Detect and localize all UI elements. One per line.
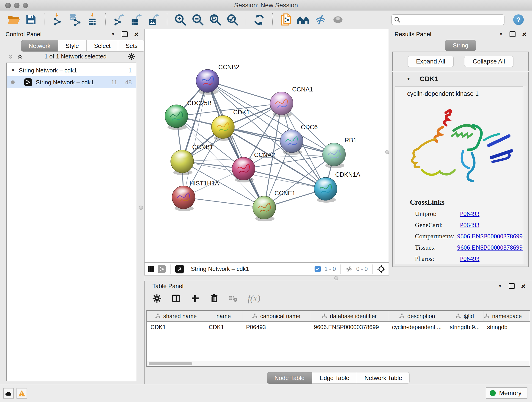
zoom-fit-button[interactable] (208, 13, 222, 27)
column-header-name[interactable]: name (205, 311, 242, 321)
column-header-database-identifier[interactable]: database identifier (310, 311, 388, 321)
show-view-button[interactable] (331, 13, 345, 27)
delete-column-trash-icon[interactable] (210, 294, 219, 303)
clone-network-button[interactable] (279, 13, 293, 27)
import-network-from-database-button[interactable] (68, 13, 82, 27)
network-options-gear-icon[interactable] (128, 53, 135, 60)
network-canvas[interactable]: CCNB2CCNA1CDC25BCDK1CDC6RB1CCNB1CCNA2CDK… (144, 29, 389, 262)
table-cell[interactable]: P06493 (242, 322, 310, 332)
panel-minimize-icon[interactable]: ▼ (499, 32, 503, 37)
crosslink-link[interactable]: P06493 (460, 221, 480, 229)
import-table-button[interactable] (85, 13, 99, 27)
tab-node-table[interactable]: Node Table (267, 372, 312, 384)
table-cell[interactable]: 9606.ENSP00000378699 (310, 322, 388, 332)
crosslink-row: Uniprot:P06493 (415, 210, 523, 217)
toolbar-separator (246, 13, 246, 26)
table-cell[interactable]: CDK1 (205, 322, 242, 332)
panel-close-icon[interactable]: × (134, 32, 139, 36)
export-network-button[interactable] (112, 13, 126, 27)
column-header-shared-name[interactable]: shared name (147, 311, 205, 321)
birds-eye-view-icon[interactable] (148, 266, 154, 272)
crosslink-link[interactable]: 9606.ENSP00000378699 (457, 233, 523, 240)
table-horizontal-scrollbar[interactable] (147, 361, 530, 366)
export-table-button[interactable] (129, 13, 143, 27)
left-splitter-handle[interactable] (139, 206, 143, 210)
results-panel: Results Panel ▼ × String Expand All Coll… (389, 29, 532, 281)
tab-network-table[interactable]: Network Table (357, 372, 410, 384)
bottom-splitter-handle[interactable] (334, 276, 338, 280)
table-cell[interactable]: stringdb (483, 322, 522, 332)
tab-sets[interactable]: Sets (118, 40, 145, 51)
show-columns-icon[interactable] (172, 294, 181, 303)
tab-select[interactable]: Select (86, 40, 118, 51)
fit-selected-crosshair-icon[interactable] (377, 265, 385, 273)
crosslink-link[interactable]: 9606.ENSP00000378699 (457, 244, 523, 251)
scrollbar-thumb[interactable] (149, 362, 192, 365)
table-cell[interactable]: stringdb:9... (446, 322, 483, 332)
column-header-@id[interactable]: @id (446, 311, 483, 321)
collection-expand-icon[interactable]: ▼ (11, 68, 15, 73)
collapse-all-icon[interactable] (8, 54, 14, 60)
network-edge[interactable] (223, 127, 334, 154)
network-edge[interactable] (208, 81, 264, 208)
table-row[interactable]: CDK1CDK1P064939606.ENSP00000378699cyclin… (147, 322, 530, 332)
tab-style[interactable]: Style (58, 40, 86, 51)
status-bar: Memory (0, 384, 532, 402)
panel-minimize-icon[interactable]: ▼ (498, 283, 502, 288)
open-session-button[interactable] (6, 13, 21, 27)
panel-close-icon[interactable]: × (521, 284, 526, 288)
home-button[interactable] (296, 13, 310, 27)
string-badge-icon[interactable] (158, 265, 166, 273)
table-options-gear-icon[interactable] (152, 294, 162, 303)
memory-button[interactable]: Memory (486, 387, 527, 399)
crosslink-link[interactable]: P06493 (460, 255, 480, 262)
panel-minimize-icon[interactable]: ▼ (111, 32, 115, 37)
tab-edge-table[interactable]: Edge Table (312, 372, 357, 384)
search-input[interactable] (402, 16, 502, 23)
create-column-plus-icon[interactable] (191, 294, 200, 303)
export-image-button[interactable] (147, 13, 161, 27)
gene-description: cyclin-dependent kinase 1 (395, 87, 523, 97)
network-row[interactable]: String Network – cdk1 11 48 (7, 76, 136, 88)
collapse-all-button[interactable]: Collapse All (464, 56, 513, 67)
table-cell[interactable]: cyclin-dependent ... (388, 322, 446, 332)
table-cell[interactable]: CDK1 (147, 322, 205, 332)
column-header-namespace[interactable]: namespace (483, 311, 522, 321)
import-network-button[interactable] (51, 13, 65, 27)
tab-network[interactable]: Network (21, 40, 58, 51)
cloud-button[interactable] (3, 388, 14, 399)
panel-float-icon[interactable] (122, 31, 128, 37)
gene-symbol: CDK1 (420, 75, 438, 83)
control-panel: Control Panel ▼ × NetworkStyleSelectSets… (0, 29, 144, 384)
column-header-description[interactable]: description (388, 311, 446, 321)
gene-details: cyclin-dependent kinase 1 (395, 86, 523, 264)
panel-close-icon[interactable]: × (522, 32, 526, 36)
help-button[interactable]: ? (513, 14, 524, 25)
panel-float-icon[interactable] (510, 31, 515, 37)
zoom-selected-button[interactable] (225, 13, 240, 27)
network-edge[interactable] (184, 197, 264, 208)
zoom-in-button[interactable] (173, 13, 187, 27)
gene-collapse-icon[interactable]: ▼ (406, 77, 411, 81)
expand-all-button[interactable]: Expand All (408, 56, 454, 67)
search-icon (394, 17, 400, 23)
results-scrollbar[interactable] (523, 86, 526, 264)
zoom-out-button[interactable] (191, 13, 205, 27)
hide-unhide-button[interactable] (313, 13, 328, 27)
network-collection-row[interactable]: ▼ String Network – cdk1 1 (7, 64, 136, 76)
tab-string[interactable]: String (445, 40, 476, 51)
selected-items-checkbox[interactable] (315, 266, 321, 272)
gene-section-header[interactable]: ▼ CDK1 (393, 72, 528, 85)
column-header-canonical-name[interactable]: canonical name (242, 311, 310, 321)
open-in-browser-icon[interactable] (175, 265, 184, 274)
save-session-button[interactable] (24, 13, 38, 27)
search-box[interactable] (391, 14, 505, 25)
crosslink-link[interactable]: P06493 (460, 210, 480, 217)
control-panel-title: Control Panel (6, 31, 42, 38)
table-toolbar: f(x) (152, 293, 260, 304)
expand-all-icon[interactable] (17, 54, 23, 60)
delete-table-icon (229, 294, 238, 303)
warnings-button[interactable] (17, 388, 27, 399)
apply-layout-button[interactable] (252, 13, 266, 27)
panel-float-icon[interactable] (509, 283, 515, 289)
